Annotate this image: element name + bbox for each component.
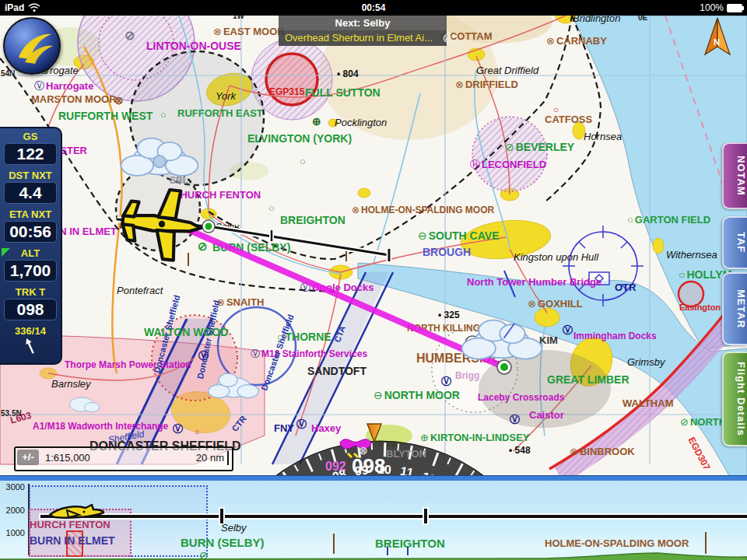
app-screen: { "status": {"device": "iPad", "time": "… <box>0 0 747 560</box>
restricted-fullsutton <box>251 39 332 120</box>
profile-label: BURN (SELBY) <box>181 537 265 548</box>
vfr-chart <box>0 16 747 480</box>
altitude-tick-label: 1000 <box>2 528 25 537</box>
map-scale-control: +/- 1:615,000 20 nm <box>14 446 233 471</box>
altitude-alert-icon <box>2 248 10 257</box>
instrument-eta-nxt[interactable]: ETA NXT00:56 <box>0 206 61 243</box>
selected-course-readout: 092 <box>325 460 346 474</box>
notice-title: Next: Selby <box>279 16 447 30</box>
tab-metar[interactable]: METAR <box>722 272 747 345</box>
instrument-gs[interactable]: GS122 <box>0 128 61 165</box>
wing-logo-icon <box>5 19 59 73</box>
wind-arrow-icon <box>0 337 61 359</box>
tab-flight-details[interactable]: Flight Details <box>722 352 747 446</box>
profile-label: BREIGHTON <box>375 537 445 549</box>
instrument-value: 122 <box>4 143 57 165</box>
navlog-panel: GS122DST NXT4.4ETA NXT00:56ALT1,700TRK T… <box>0 127 62 365</box>
scale-label: 1:615,000 <box>45 452 90 464</box>
atz-church-fenton <box>130 51 264 185</box>
danger-easington <box>679 282 703 306</box>
instrument-label: GS <box>0 131 61 142</box>
tab-taf[interactable]: TAF <box>722 216 747 269</box>
profile-label: HOLME-ON-SPALDING MOOR <box>545 538 689 548</box>
instrument-label: ETA NXT <box>0 208 61 220</box>
instrument-value: 4.4 <box>4 182 57 204</box>
wind-value: 336/14 <box>0 325 61 337</box>
scale-bar-label: 20 nm <box>196 452 224 464</box>
elevation-profile-panel[interactable]: ⊘ 300020001000HURCH FENTONBURN IN ELMETS… <box>0 476 747 560</box>
battery-percent: 100% <box>700 2 724 13</box>
terrain-silhouette <box>0 552 747 560</box>
instrument-label: TRK T <box>0 286 61 298</box>
atz-sherburn <box>116 166 200 250</box>
zoom-button[interactable]: +/- <box>17 450 39 465</box>
clock: 00:54 <box>0 2 747 13</box>
notice-subtitle: Overhead Sherburn in Elmet Ai... <box>285 32 433 44</box>
altitude-tick-label: 2000 <box>2 506 25 515</box>
instrument-trk-t[interactable]: TRK T098 <box>0 284 61 320</box>
close-icon[interactable]: ⊗ <box>442 31 452 45</box>
obstacle-icon <box>333 534 335 554</box>
battery-icon <box>727 4 742 12</box>
tab-notam[interactable]: NOTAM <box>722 142 747 209</box>
instrument-value: 098 <box>4 299 57 320</box>
instrument-value: 1,700 <box>4 260 57 282</box>
profile-label: HURCH FENTON <box>30 520 110 530</box>
instrument-dst-nxt[interactable]: DST NXT4.4 <box>0 167 61 204</box>
instrument-label: DST NXT <box>0 170 61 181</box>
current-track-readout: 098 <box>352 454 385 478</box>
obstacle-icon <box>705 532 707 554</box>
profile-waypoint-tick <box>424 509 427 523</box>
profile-label: BURN IN ELMET <box>30 535 115 546</box>
wind-indicator[interactable]: 336/14 <box>0 323 61 362</box>
app-logo[interactable] <box>3 17 61 75</box>
navigation-notice[interactable]: Next: Selby Overhead Sherburn in Elmet A… <box>279 16 447 46</box>
profile-label: Selby <box>221 523 247 533</box>
ios-status-bar: iPad 00:54 100% <box>0 0 747 16</box>
instrument-alt[interactable]: ALT1,700 <box>0 245 61 282</box>
profile-route-line <box>40 515 747 518</box>
instrument-value: 00:56 <box>4 221 57 243</box>
altitude-tick-label: 3000 <box>2 482 25 492</box>
scale-bar-tick <box>227 451 229 465</box>
